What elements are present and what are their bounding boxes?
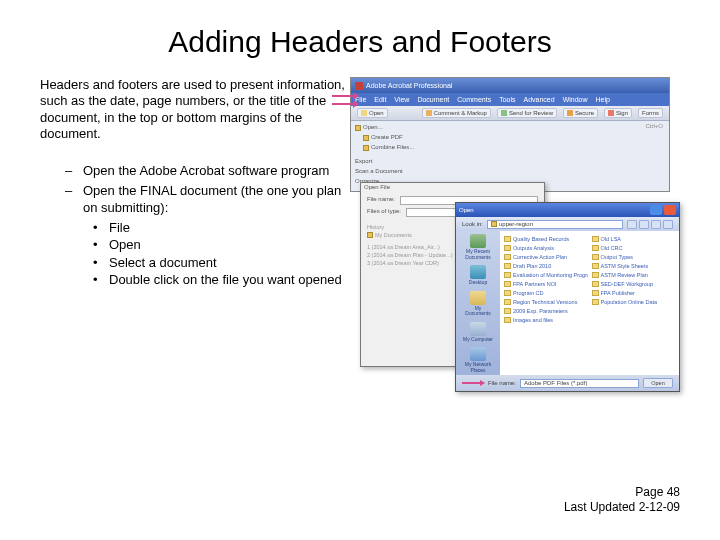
folder-icon <box>355 125 361 131</box>
menu-edit[interactable]: Edit <box>374 96 386 103</box>
window-titlebar: Adobe Acrobat Professional <box>351 78 669 93</box>
open-dialog: Open Look in: upper-region <box>455 202 680 392</box>
place-recent[interactable]: My Recent Documents <box>462 234 494 260</box>
folder-icon <box>504 272 511 278</box>
folder-item[interactable]: 2009 Exp. Parameters <box>504 306 588 315</box>
folder-icon <box>592 254 599 260</box>
folder-icon <box>592 263 599 269</box>
folder-icon <box>367 232 373 238</box>
menu-tools[interactable]: Tools <box>499 96 515 103</box>
toolbar-open[interactable]: Open <box>357 108 388 118</box>
toolbar-comment[interactable]: Comment & Markup <box>422 108 491 118</box>
arrow-icon <box>332 95 358 97</box>
file-type-field[interactable]: Adobe PDF Files (*.pdf) <box>520 379 639 388</box>
folder-item[interactable]: Population Online Data <box>592 297 676 306</box>
folder-icon <box>504 308 511 314</box>
folder-item[interactable]: Old LSA <box>592 234 676 243</box>
menu-view[interactable]: View <box>394 96 409 103</box>
place-desktop[interactable]: Desktop <box>462 265 494 286</box>
steps-list: –Open the Adobe Acrobat software program… <box>40 162 350 289</box>
arrow-icon <box>332 103 358 105</box>
toolbar: Open Comment & Markup Send for Review Se… <box>351 106 669 121</box>
slide-title: Adding Headers and Footers <box>0 0 720 77</box>
acrobat-window: Adobe Acrobat Professional File Edit Vie… <box>350 77 670 192</box>
folder-icon <box>363 145 369 151</box>
folder-icon <box>592 245 599 251</box>
file-list: Quality Based Records Old LSA Outputs An… <box>500 231 679 375</box>
menu-document[interactable]: Document <box>417 96 449 103</box>
shortcut-ctrl-o: Ctrl+O <box>645 123 663 129</box>
folder-icon <box>592 299 599 305</box>
intro-paragraph: Headers and footers are used to present … <box>40 77 350 142</box>
folder-item[interactable]: Region Technical Versions <box>504 297 588 306</box>
toolbar-send[interactable]: Send for Review <box>497 108 557 118</box>
toolbar-forms[interactable]: Forms <box>638 108 663 118</box>
folder-item[interactable]: Evaluation of Monitoring Programs <box>504 270 588 279</box>
folder-icon <box>504 281 511 287</box>
menu-scan[interactable]: Scan a Document <box>355 167 403 176</box>
folder-icon <box>504 299 511 305</box>
substep-select: Select a document <box>109 254 217 272</box>
folder-item[interactable]: Images and files <box>504 315 588 324</box>
places-bar: My Recent Documents Desktop My Documents… <box>456 231 500 375</box>
folder-icon <box>491 221 497 227</box>
place-network[interactable]: My Network Places <box>462 347 494 373</box>
menu-export[interactable]: Export <box>355 157 372 166</box>
folder-item[interactable]: Program CD <box>504 288 588 297</box>
folder-item[interactable]: Draft Plan 2010 <box>504 261 588 270</box>
step-1: Open the Adobe Acrobat software program <box>83 162 329 180</box>
up-icon[interactable] <box>639 220 649 229</box>
close-icon[interactable] <box>664 205 676 215</box>
folder-icon <box>592 272 599 278</box>
folder-item[interactable]: Corrective Action Plan <box>504 252 588 261</box>
folder-item[interactable]: FPA Publisher <box>592 288 676 297</box>
menu-help[interactable]: Help <box>596 96 610 103</box>
file-type-label: Files of type: <box>367 208 401 217</box>
right-column: Adobe Acrobat Professional File Edit Vie… <box>350 77 680 289</box>
folder-item[interactable]: SED-DEF Workgroup <box>592 279 676 288</box>
look-in-value: upper-region <box>499 221 533 227</box>
folder-icon <box>504 317 511 323</box>
folder-item[interactable]: ASTM Style Sheets <box>592 261 676 270</box>
place-computer[interactable]: My Computer <box>462 322 494 343</box>
menu-window[interactable]: Window <box>563 96 588 103</box>
menu-combine[interactable]: Combine Files... <box>371 143 414 152</box>
callout-arrows <box>332 95 358 111</box>
views-icon[interactable] <box>663 220 673 229</box>
folder-icon <box>504 263 511 269</box>
folder-item[interactable]: ASTM Review Plan <box>592 270 676 279</box>
file-name-label: File name: <box>367 196 395 205</box>
left-column: Headers and footers are used to present … <box>40 77 350 289</box>
help-icon[interactable] <box>650 205 662 215</box>
menu-open-action[interactable]: Open... <box>363 123 383 132</box>
look-in-dropdown[interactable]: upper-region <box>487 220 623 229</box>
open-button[interactable]: Open <box>643 378 673 388</box>
arrow-icon <box>462 382 484 384</box>
file-menu-dropdown: Open... Create PDF Combine Files... Expo… <box>351 121 669 191</box>
back-icon[interactable] <box>627 220 637 229</box>
history-folder[interactable]: My Documents <box>375 231 412 239</box>
folder-item[interactable]: FPA Partners NOI <box>504 279 588 288</box>
menu-create-pdf[interactable]: Create PDF <box>371 133 403 142</box>
page-number: Page 48 <box>564 485 680 500</box>
acrobat-icon <box>355 82 363 90</box>
dialog-bottom: File name: Adobe PDF Files (*.pdf) Open <box>456 375 679 391</box>
toolbar-sign[interactable]: Sign <box>604 108 632 118</box>
nav-buttons <box>627 220 673 229</box>
menu-advanced[interactable]: Advanced <box>523 96 554 103</box>
folder-icon <box>504 245 511 251</box>
slide-content: Headers and footers are used to present … <box>0 77 720 289</box>
folder-item[interactable]: Old CRC <box>592 243 676 252</box>
new-folder-icon[interactable] <box>651 220 661 229</box>
folder-icon <box>504 236 511 242</box>
toolbar-secure[interactable]: Secure <box>563 108 598 118</box>
dialog-titlebar: Open <box>456 203 679 217</box>
folder-item[interactable]: Quality Based Records <box>504 234 588 243</box>
folder-item[interactable]: Outputs Analysis <box>504 243 588 252</box>
menu-comments[interactable]: Comments <box>457 96 491 103</box>
folder-icon <box>504 290 511 296</box>
folder-item[interactable]: Output Types <box>592 252 676 261</box>
folder-icon <box>363 135 369 141</box>
folder-icon <box>592 281 599 287</box>
place-documents[interactable]: My Documents <box>462 291 494 317</box>
